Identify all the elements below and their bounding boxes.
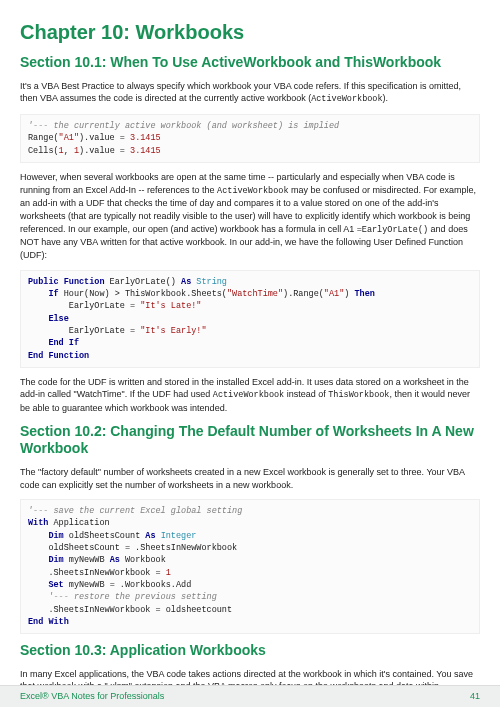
- body-paragraph: It's a VBA Best Practice to always speci…: [20, 80, 480, 106]
- code-block: Public Function EarlyOrLate() As String …: [20, 270, 480, 368]
- code-block: '--- the currently active workbook (and …: [20, 114, 480, 163]
- body-paragraph: The "factory default" number of workshee…: [20, 466, 480, 491]
- code-block: '--- save the current Excel global setti…: [20, 499, 480, 634]
- body-paragraph: However, when several workbooks are open…: [20, 171, 480, 262]
- section-10-2-heading: Section 10.2: Changing The Default Numbe…: [20, 423, 480, 458]
- footer-left: Excel® VBA Notes for Professionals: [20, 690, 164, 703]
- page-footer: Excel® VBA Notes for Professionals 41: [0, 685, 500, 707]
- section-10-1-heading: Section 10.1: When To Use ActiveWorkbook…: [20, 54, 480, 72]
- chapter-title: Chapter 10: Workbooks: [20, 18, 480, 46]
- footer-page-number: 41: [470, 690, 480, 703]
- section-10-3-heading: Section 10.3: Application Workbooks: [20, 642, 480, 660]
- body-paragraph: The code for the UDF is written and stor…: [20, 376, 480, 415]
